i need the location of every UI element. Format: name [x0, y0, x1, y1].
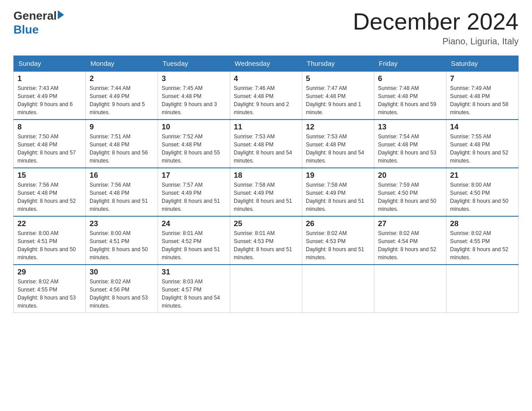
header-monday: Monday: [86, 56, 158, 72]
calendar-day-cell: 20 Sunrise: 7:59 AM Sunset: 4:50 PM Dayl…: [374, 168, 446, 216]
day-info: Sunrise: 7:53 AM Sunset: 4:48 PM Dayligh…: [234, 133, 298, 165]
day-info: Sunrise: 8:02 AM Sunset: 4:54 PM Dayligh…: [378, 229, 442, 261]
header-sunday: Sunday: [14, 56, 86, 72]
calendar-week-row: 15 Sunrise: 7:56 AM Sunset: 4:48 PM Dayl…: [14, 168, 519, 216]
day-info: Sunrise: 8:02 AM Sunset: 4:55 PM Dayligh…: [17, 278, 82, 310]
day-info: Sunrise: 8:01 AM Sunset: 4:53 PM Dayligh…: [234, 229, 298, 261]
day-number: 2: [90, 74, 154, 83]
calendar-day-cell: 10 Sunrise: 7:52 AM Sunset: 4:48 PM Dayl…: [158, 120, 230, 168]
calendar-day-cell: 14 Sunrise: 7:55 AM Sunset: 4:48 PM Dayl…: [446, 120, 519, 168]
day-number: 23: [90, 219, 154, 228]
day-number: 14: [450, 123, 515, 132]
header-thursday: Thursday: [302, 56, 374, 72]
day-info: Sunrise: 7:46 AM Sunset: 4:48 PM Dayligh…: [234, 84, 298, 116]
day-info: Sunrise: 8:00 AM Sunset: 4:50 PM Dayligh…: [450, 181, 515, 213]
day-number: 15: [17, 171, 82, 180]
calendar-day-cell: 4 Sunrise: 7:46 AM Sunset: 4:48 PM Dayli…: [230, 71, 302, 120]
calendar-day-cell: 15 Sunrise: 7:56 AM Sunset: 4:48 PM Dayl…: [14, 168, 86, 216]
calendar-day-cell: 26 Sunrise: 8:02 AM Sunset: 4:53 PM Dayl…: [302, 216, 374, 265]
calendar-day-cell: 28 Sunrise: 8:02 AM Sunset: 4:55 PM Dayl…: [446, 216, 519, 265]
header-wednesday: Wednesday: [230, 56, 302, 72]
header-saturday: Saturday: [446, 56, 519, 72]
day-info: Sunrise: 7:45 AM Sunset: 4:48 PM Dayligh…: [162, 84, 226, 116]
calendar-week-row: 29 Sunrise: 8:02 AM Sunset: 4:55 PM Dayl…: [14, 265, 519, 313]
calendar-day-cell: [446, 265, 519, 313]
calendar-week-row: 22 Sunrise: 8:00 AM Sunset: 4:51 PM Dayl…: [14, 216, 519, 265]
day-info: Sunrise: 8:00 AM Sunset: 4:51 PM Dayligh…: [90, 229, 154, 261]
calendar-day-cell: 13 Sunrise: 7:54 AM Sunset: 4:48 PM Dayl…: [374, 120, 446, 168]
day-info: Sunrise: 8:00 AM Sunset: 4:51 PM Dayligh…: [17, 229, 82, 261]
calendar-day-cell: 27 Sunrise: 8:02 AM Sunset: 4:54 PM Dayl…: [374, 216, 446, 265]
calendar-day-cell: 2 Sunrise: 7:44 AM Sunset: 4:49 PM Dayli…: [86, 71, 158, 120]
calendar-day-cell: 3 Sunrise: 7:45 AM Sunset: 4:48 PM Dayli…: [158, 71, 230, 120]
day-info: Sunrise: 7:57 AM Sunset: 4:49 PM Dayligh…: [162, 181, 226, 213]
calendar-day-cell: [230, 265, 302, 313]
calendar-day-cell: 9 Sunrise: 7:51 AM Sunset: 4:48 PM Dayli…: [86, 120, 158, 168]
day-info: Sunrise: 7:56 AM Sunset: 4:48 PM Dayligh…: [90, 181, 154, 213]
day-info: Sunrise: 7:54 AM Sunset: 4:48 PM Dayligh…: [378, 133, 442, 165]
calendar-day-cell: 23 Sunrise: 8:00 AM Sunset: 4:51 PM Dayl…: [86, 216, 158, 265]
day-info: Sunrise: 7:49 AM Sunset: 4:48 PM Dayligh…: [450, 84, 515, 116]
header-tuesday: Tuesday: [158, 56, 230, 72]
day-number: 27: [378, 219, 442, 228]
calendar-day-cell: [374, 265, 446, 313]
title-section: December 2024 Piano, Liguria, Italy: [353, 9, 519, 47]
day-number: 5: [306, 74, 370, 83]
day-number: 8: [17, 123, 82, 132]
day-number: 3: [162, 74, 226, 83]
calendar-week-row: 1 Sunrise: 7:43 AM Sunset: 4:49 PM Dayli…: [14, 71, 519, 120]
day-info: Sunrise: 7:51 AM Sunset: 4:48 PM Dayligh…: [90, 133, 154, 165]
day-number: 16: [90, 171, 154, 180]
logo-general: General: [13, 9, 57, 23]
day-info: Sunrise: 8:02 AM Sunset: 4:56 PM Dayligh…: [90, 278, 154, 310]
calendar-day-cell: 17 Sunrise: 7:57 AM Sunset: 4:49 PM Dayl…: [158, 168, 230, 216]
calendar-day-cell: 22 Sunrise: 8:00 AM Sunset: 4:51 PM Dayl…: [14, 216, 86, 265]
day-number: 12: [306, 123, 370, 132]
day-number: 6: [378, 74, 442, 83]
day-number: 29: [17, 268, 82, 277]
day-info: Sunrise: 7:48 AM Sunset: 4:48 PM Dayligh…: [378, 84, 442, 116]
calendar-day-cell: 29 Sunrise: 8:02 AM Sunset: 4:55 PM Dayl…: [14, 265, 86, 313]
day-number: 11: [234, 123, 298, 132]
calendar-header-row: Sunday Monday Tuesday Wednesday Thursday…: [14, 56, 519, 72]
calendar-day-cell: 24 Sunrise: 8:01 AM Sunset: 4:52 PM Dayl…: [158, 216, 230, 265]
day-number: 26: [306, 219, 370, 228]
calendar-subtitle: Piano, Liguria, Italy: [353, 36, 519, 47]
logo: General Blue: [13, 9, 64, 37]
calendar-week-row: 8 Sunrise: 7:50 AM Sunset: 4:48 PM Dayli…: [14, 120, 519, 168]
day-info: Sunrise: 8:02 AM Sunset: 4:53 PM Dayligh…: [306, 229, 370, 261]
logo-blue: Blue: [13, 23, 64, 37]
calendar-day-cell: 16 Sunrise: 7:56 AM Sunset: 4:48 PM Dayl…: [86, 168, 158, 216]
day-number: 7: [450, 74, 515, 83]
calendar-day-cell: 6 Sunrise: 7:48 AM Sunset: 4:48 PM Dayli…: [374, 71, 446, 120]
day-number: 21: [450, 171, 515, 180]
calendar-day-cell: [302, 265, 374, 313]
day-info: Sunrise: 7:52 AM Sunset: 4:48 PM Dayligh…: [162, 133, 226, 165]
day-info: Sunrise: 7:58 AM Sunset: 4:49 PM Dayligh…: [234, 181, 298, 213]
day-info: Sunrise: 7:47 AM Sunset: 4:48 PM Dayligh…: [306, 84, 370, 116]
calendar-day-cell: 5 Sunrise: 7:47 AM Sunset: 4:48 PM Dayli…: [302, 71, 374, 120]
calendar-day-cell: 30 Sunrise: 8:02 AM Sunset: 4:56 PM Dayl…: [86, 265, 158, 313]
day-number: 20: [378, 171, 442, 180]
day-info: Sunrise: 8:02 AM Sunset: 4:55 PM Dayligh…: [450, 229, 515, 261]
day-number: 18: [234, 171, 298, 180]
day-number: 31: [162, 268, 226, 277]
header-friday: Friday: [374, 56, 446, 72]
calendar-day-cell: 1 Sunrise: 7:43 AM Sunset: 4:49 PM Dayli…: [14, 71, 86, 120]
day-info: Sunrise: 8:01 AM Sunset: 4:52 PM Dayligh…: [162, 229, 226, 261]
day-number: 10: [162, 123, 226, 132]
day-info: Sunrise: 7:56 AM Sunset: 4:48 PM Dayligh…: [17, 181, 82, 213]
calendar-day-cell: 31 Sunrise: 8:03 AM Sunset: 4:57 PM Dayl…: [158, 265, 230, 313]
day-number: 28: [450, 219, 515, 228]
day-number: 17: [162, 171, 226, 180]
calendar-day-cell: 21 Sunrise: 8:00 AM Sunset: 4:50 PM Dayl…: [446, 168, 519, 216]
day-number: 19: [306, 171, 370, 180]
calendar-day-cell: 8 Sunrise: 7:50 AM Sunset: 4:48 PM Dayli…: [14, 120, 86, 168]
calendar-day-cell: 25 Sunrise: 8:01 AM Sunset: 4:53 PM Dayl…: [230, 216, 302, 265]
page-header: General Blue December 2024 Piano, Liguri…: [13, 9, 519, 47]
day-info: Sunrise: 7:53 AM Sunset: 4:48 PM Dayligh…: [306, 133, 370, 165]
day-number: 25: [234, 219, 298, 228]
day-number: 24: [162, 219, 226, 228]
day-number: 13: [378, 123, 442, 132]
day-info: Sunrise: 7:59 AM Sunset: 4:50 PM Dayligh…: [378, 181, 442, 213]
